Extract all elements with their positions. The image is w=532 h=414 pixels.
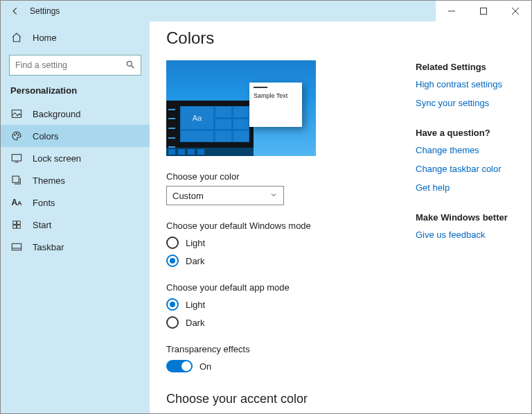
fonts-icon: AA	[10, 198, 23, 207]
lockscreen-icon	[10, 153, 23, 163]
search-input[interactable]	[9, 55, 141, 76]
main-panel: Colors Aa Sample Text	[150, 21, 531, 413]
transparency-toggle[interactable]	[166, 360, 193, 372]
svg-rect-15	[13, 225, 17, 229]
radio-icon	[166, 298, 179, 311]
svg-line-5	[132, 65, 134, 68]
search-field[interactable]	[15, 60, 125, 70]
sidebar-item-background[interactable]: Background	[1, 103, 150, 125]
preview-window: Sample Text	[249, 83, 302, 127]
app-mode-dark[interactable]: Dark	[166, 316, 395, 329]
svg-rect-10	[12, 155, 21, 161]
svg-point-9	[18, 135, 19, 135]
transparency-label: Transparency effects	[166, 344, 395, 354]
sidebar-item-colors[interactable]: Colors	[1, 125, 150, 147]
svg-point-8	[16, 133, 17, 134]
start-icon	[10, 220, 23, 230]
question-heading: Have a question?	[416, 128, 519, 138]
palette-icon	[10, 130, 23, 141]
link-sync-settings[interactable]: Sync your settings	[416, 98, 519, 108]
sidebar-item-label: Start	[33, 220, 51, 230]
svg-rect-14	[17, 221, 21, 225]
window-title: Settings	[30, 6, 60, 16]
app-mode-label: Choose your default app mode	[166, 282, 395, 293]
sidebar-item-lockscreen[interactable]: Lock screen	[1, 147, 150, 169]
svg-rect-17	[12, 243, 21, 250]
minimize-button[interactable]	[436, 1, 468, 21]
link-give-feedback[interactable]: Give us feedback	[416, 230, 519, 240]
sidebar-item-label: Taskbar	[33, 242, 64, 252]
back-button[interactable]	[10, 6, 20, 16]
radio-label: Dark	[186, 318, 204, 328]
sidebar-item-start[interactable]: Start	[1, 214, 150, 236]
search-icon	[125, 60, 135, 71]
svg-rect-12	[12, 176, 19, 182]
sidebar-section-label: Personalization	[1, 83, 150, 103]
preview-tile-aa: Aa	[180, 106, 214, 130]
sidebar: Home Personalization Background Colors	[1, 21, 150, 413]
sidebar-item-fonts[interactable]: AA Fonts	[1, 191, 150, 214]
svg-rect-13	[13, 221, 17, 225]
related-heading: Related Settings	[416, 62, 519, 72]
choose-color-label: Choose your color	[166, 171, 395, 182]
app-mode-light[interactable]: Light	[166, 298, 395, 311]
color-mode-value: Custom	[172, 191, 204, 201]
color-mode-select[interactable]: Custom	[166, 186, 284, 205]
transparency-state: On	[200, 361, 211, 372]
radio-icon	[166, 255, 179, 267]
sidebar-item-themes[interactable]: Themes	[1, 169, 150, 191]
sidebar-item-label: Colors	[33, 131, 59, 141]
sidebar-item-label: Fonts	[33, 198, 55, 208]
color-preview: Aa Sample Text	[166, 60, 316, 156]
svg-point-7	[15, 135, 15, 135]
svg-point-4	[127, 61, 132, 66]
maximize-button[interactable]	[468, 1, 499, 21]
home-icon	[10, 32, 23, 43]
picture-icon	[10, 109, 23, 119]
link-get-help[interactable]: Get help	[416, 182, 519, 193]
radio-label: Light	[186, 300, 205, 310]
accent-heading: Choose your accent color	[166, 392, 395, 406]
svg-rect-1	[481, 8, 487, 15]
sidebar-item-label: Background	[33, 109, 80, 119]
windows-mode-label: Choose your default Windows mode	[166, 221, 395, 231]
link-change-themes[interactable]: Change themes	[416, 145, 519, 155]
radio-icon	[166, 316, 179, 329]
page-title: Colors	[166, 28, 519, 48]
taskbar-icon	[10, 243, 23, 251]
radio-label: Light	[186, 238, 205, 248]
windows-mode-light[interactable]: Light	[166, 236, 395, 249]
chevron-down-icon	[269, 191, 278, 201]
sidebar-item-taskbar[interactable]: Taskbar	[1, 236, 150, 258]
radio-label: Dark	[186, 256, 204, 266]
sidebar-item-label: Lock screen	[33, 153, 81, 164]
preview-sample-text: Sample Text	[254, 92, 287, 99]
sidebar-home-label: Home	[33, 33, 57, 43]
themes-icon	[10, 175, 23, 186]
close-button[interactable]	[499, 1, 531, 21]
feedback-heading: Make Windows better	[416, 212, 519, 223]
radio-icon	[166, 236, 179, 249]
sidebar-item-label: Themes	[33, 175, 65, 186]
link-high-contrast[interactable]: High contrast settings	[416, 79, 519, 89]
link-change-taskbar-color[interactable]: Change taskbar color	[416, 164, 519, 174]
windows-mode-dark[interactable]: Dark	[166, 255, 395, 267]
svg-rect-16	[17, 225, 21, 229]
window-controls	[436, 1, 531, 21]
sidebar-home[interactable]: Home	[1, 26, 150, 49]
